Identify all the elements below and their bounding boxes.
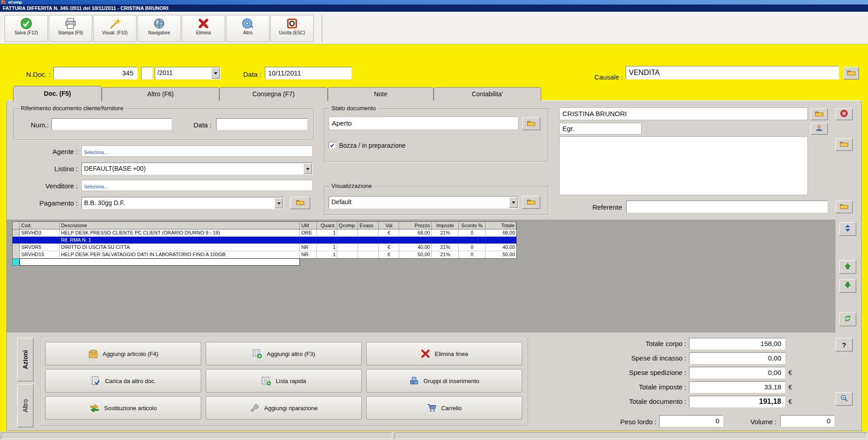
referente-field[interactable] [626,201,828,213]
address-lookup-button[interactable] [835,138,853,151]
lista-rapida-button[interactable]: Lista rapida [206,369,362,393]
ndoc-field[interactable]: 345 [53,67,137,80]
swap-arrows-icon [90,403,99,413]
refresh-button[interactable] [839,313,856,326]
venditore-label: Venditore : [27,182,78,190]
table-row[interactable]: SRVHD3 HELP DESK PRESSO CLIENTE PC CLIEN… [13,229,516,237]
other-button[interactable]: Altro [226,15,269,42]
tab-doc[interactable]: Doc. (F5) [13,86,102,102]
causale-field[interactable]: VENDITA [626,66,839,80]
totale-documento-currency: € [788,398,792,405]
vertical-tab-altro[interactable]: Altro [17,384,33,427]
year-dropdown[interactable]: /2011 [155,67,221,80]
grid-plus-icon [252,349,262,359]
date-field[interactable]: 10/11/2011 [265,67,352,80]
aggiungi-articolo-button[interactable]: Aggiungi articolo (F4) [45,342,201,365]
aggiungi-riparazione-button[interactable]: Aggiungi riparazione [206,396,362,420]
tab-contabilita[interactable]: Contabilita' [434,87,541,101]
pagamento-dropdown[interactable]: B.B. 30gg D.F. [81,197,284,209]
salutation-field[interactable]: Egr. [559,123,642,135]
chevron-down-icon[interactable] [211,68,220,79]
folder-icon [847,69,856,78]
address-textarea[interactable] [559,136,808,195]
tab-note[interactable]: Note [328,87,434,101]
venditore-field[interactable]: Seleziona... [81,180,313,191]
volume-label: Volume : [741,418,777,426]
printer-icon [64,17,77,30]
folder-icon [296,199,305,207]
folder-icon [840,203,849,211]
disk-icon [241,17,254,30]
customer-lookup-button[interactable] [811,108,828,120]
customer-name-field[interactable]: CRISTINA BRUNORI [559,108,808,120]
bozza-label: Bozza / in preparazione [339,142,406,149]
table-row[interactable]: SRVHD15 HELP DESK PER SALVATAGGIO DATI I… [13,251,516,258]
rif-num-field[interactable] [52,118,172,130]
spese-spedizione-field[interactable]: 0,00 [689,367,785,379]
chevron-down-icon[interactable] [303,164,312,174]
aggiungi-altro-button[interactable]: Aggiungi altro (F3) [206,342,362,365]
tab-consegna[interactable]: Consegna (F7) [219,87,328,101]
lines-grid: Cod. Descrizione UM Quant. Qcomp. Evaso … [12,221,517,259]
gruppi-di-inserimento-button[interactable]: Gruppi di inserimento [366,369,522,393]
app-titlebar: eComp [0,0,868,5]
totale-documento-label: Totale documento : [578,398,686,405]
carica-da-altro-doc-button[interactable]: Carica da altro doc. [45,369,201,393]
causale-label: Causale : [581,73,623,81]
preview-button[interactable]: Visual. (F10) [93,15,137,42]
chevron-down-icon[interactable] [274,198,283,208]
exit-button[interactable]: Uscita (ESC) [270,15,314,42]
elimina-linea-button[interactable]: Elimina linea [366,342,522,365]
stato-field[interactable]: Aperto [329,117,519,130]
grid-header-row: Cod. Descrizione UM Quant. Qcomp. Evaso … [13,222,516,229]
peso-lordo-field[interactable]: 0 [659,415,723,427]
folder-icon [527,120,536,128]
vertical-tab-azioni[interactable]: Azioni [17,338,33,381]
row-down-button[interactable] [839,279,856,293]
agente-placeholder[interactable]: Seleziona... [82,146,312,157]
zoom-button[interactable] [835,392,853,406]
pagamento-lookup-button[interactable] [290,197,310,209]
package-icon [88,349,98,359]
listino-dropdown[interactable]: DEFAULT(BASE +00) [81,163,313,175]
spese-incasso-field[interactable]: 0,00 [689,352,785,364]
totale-imposte-currency: € [788,384,792,391]
ndoc-suffix-field[interactable] [141,67,153,80]
stato-lookup-button[interactable] [522,117,540,130]
save-button[interactable]: Salva (F12) [5,15,48,42]
customer-remove-button[interactable] [835,108,853,120]
person-icon [815,124,823,133]
venditore-placeholder[interactable]: Seleziona... [82,180,312,191]
carrello-button[interactable]: Carrello [366,396,522,420]
status-cell-left [1,432,392,439]
table-row[interactable]: SRVDR5 DIRITTO DI USCITA SU CITTA NR 1 €… [13,244,516,251]
stato-group-title: Stato documento [329,105,378,112]
move-rows-button[interactable] [839,222,856,236]
referente-lookup-button[interactable] [835,201,853,213]
magic-wand-icon [108,17,121,30]
causale-lookup-button[interactable] [844,67,859,80]
print-button[interactable]: Stampa (F9) [49,15,92,42]
volume-field[interactable]: 0 [780,415,835,427]
help-button[interactable]: ? [835,338,853,351]
document-titlebar: FATTURA DIFFERITA N. 345 /2011 del 10/11… [0,5,868,12]
wrench-icon [250,403,259,413]
navigator-button[interactable]: Navigatore [137,15,181,42]
chevron-down-icon[interactable] [509,197,518,208]
spese-spedizione-currency: € [788,369,792,376]
rif-data-field[interactable] [216,118,307,130]
agente-field[interactable]: Seleziona... [81,145,313,157]
sostituzione-articolo-button[interactable]: Sostituzione articolo [45,396,201,420]
new-row-active-cell[interactable] [19,258,300,266]
row-up-button[interactable] [839,260,856,274]
visualizzazione-lookup-button[interactable] [522,196,540,209]
list-plus-icon [261,376,271,386]
customer-contact-button[interactable] [811,123,828,135]
table-row-selected[interactable]: Rif. RMA N. 1 [13,237,516,244]
visualizzazione-dropdown[interactable]: Default [329,196,519,209]
app-icon [1,0,5,4]
delete-button[interactable]: Elimina [182,15,225,42]
bozza-checkbox[interactable] [329,142,335,149]
cubes-icon [409,376,419,386]
tab-altro[interactable]: Altro (F6) [102,87,219,101]
